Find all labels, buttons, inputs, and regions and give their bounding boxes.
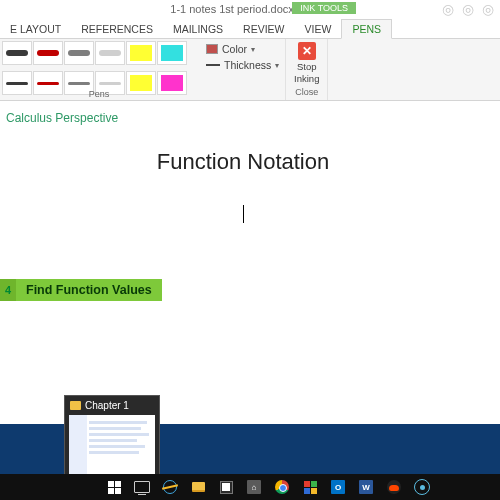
grid-icon — [304, 481, 317, 494]
taskbar-store[interactable] — [212, 474, 240, 500]
example-number: 4 — [0, 279, 16, 301]
preview-title: Chapter 1 — [85, 400, 129, 411]
task-view-icon — [134, 481, 150, 493]
close-icon: ✕ — [298, 42, 316, 60]
tab-review[interactable]: REVIEW — [233, 20, 294, 38]
thickness-icon — [206, 64, 220, 66]
chevron-down-icon: ▾ — [251, 45, 255, 54]
ribbon: Pens Color ▾ Thickness ▾ ✕ Stop Inking C… — [0, 39, 500, 101]
chrome-icon — [275, 480, 289, 494]
context-tool-label: INK TOOLS — [292, 2, 356, 14]
word-icon: W — [359, 480, 373, 494]
taskbar-chrome[interactable] — [268, 474, 296, 500]
taskbar: ⌂ O W — [0, 474, 500, 500]
tab-view[interactable]: VIEW — [295, 20, 342, 38]
taskbar-ie[interactable] — [156, 474, 184, 500]
outlook-icon: O — [331, 480, 345, 494]
stop-inking-button[interactable]: ✕ Stop Inking Close — [286, 39, 328, 100]
internet-explorer-icon — [163, 480, 177, 494]
title-bar: 1-1 notes 1st period.docx - Word ◎ ◎ ◎ — [0, 0, 500, 19]
windows-icon — [108, 481, 121, 494]
taskbar-app[interactable]: ⌂ — [240, 474, 268, 500]
taskbar-launcher[interactable] — [296, 474, 324, 500]
tab-mailings[interactable]: MAILINGS — [163, 20, 233, 38]
pen-swatch[interactable] — [2, 41, 32, 65]
record-icon — [414, 479, 430, 495]
ribbon-group-label-pens: Pens — [0, 89, 198, 99]
highlighter-swatch[interactable] — [126, 41, 156, 65]
pen-tools-group: Color ▾ Thickness ▾ — [198, 39, 286, 100]
app-icon: ⌂ — [247, 480, 261, 494]
section-label: Calculus Perspective — [6, 111, 480, 125]
document-area[interactable]: Calculus Perspective Function Notation 4… — [0, 101, 500, 445]
taskbar-reddit[interactable] — [380, 474, 408, 500]
preview-body — [69, 415, 155, 477]
folder-icon — [70, 401, 81, 410]
color-swatch-icon — [206, 44, 218, 54]
text-cursor — [243, 205, 244, 223]
highlighter-swatch[interactable] — [157, 41, 187, 65]
tab-page-layout[interactable]: E LAYOUT — [0, 20, 71, 38]
tab-references[interactable]: REFERENCES — [71, 20, 163, 38]
task-view-button[interactable] — [128, 474, 156, 500]
document-heading: Function Notation — [6, 149, 480, 175]
thickness-picker[interactable]: Thickness ▾ — [206, 59, 279, 71]
titlebar-decor: ◎ ◎ ◎ — [442, 0, 496, 19]
taskbar-preview-explorer[interactable]: Chapter 1 — [64, 395, 160, 482]
pen-swatch[interactable] — [95, 41, 125, 65]
store-icon — [220, 481, 233, 494]
stop-inking-label-2: Inking — [294, 73, 319, 84]
taskbar-outlook[interactable]: O — [324, 474, 352, 500]
reddit-icon — [387, 480, 401, 494]
color-picker[interactable]: Color ▾ — [206, 43, 279, 55]
pen-swatch[interactable] — [64, 41, 94, 65]
example-title: Find Function Values — [16, 279, 162, 301]
ribbon-tabs: INK TOOLS E LAYOUT REFERENCES MAILINGS R… — [0, 19, 500, 39]
stop-inking-label-1: Stop — [297, 61, 317, 72]
taskbar-recorder[interactable] — [408, 474, 436, 500]
taskbar-word[interactable]: W — [352, 474, 380, 500]
chevron-down-icon: ▾ — [275, 61, 279, 70]
thickness-label: Thickness — [224, 59, 271, 71]
start-button[interactable] — [100, 474, 128, 500]
folder-icon — [192, 482, 205, 492]
tab-pens[interactable]: PENS — [341, 19, 392, 39]
example-badge: 4 Find Function Values — [0, 279, 162, 301]
color-label: Color — [222, 43, 247, 55]
pen-swatch[interactable] — [33, 41, 63, 65]
preview-titlebar: Chapter 1 — [65, 396, 159, 415]
taskbar-file-explorer[interactable] — [184, 474, 212, 500]
ribbon-group-label-close: Close — [295, 87, 318, 97]
